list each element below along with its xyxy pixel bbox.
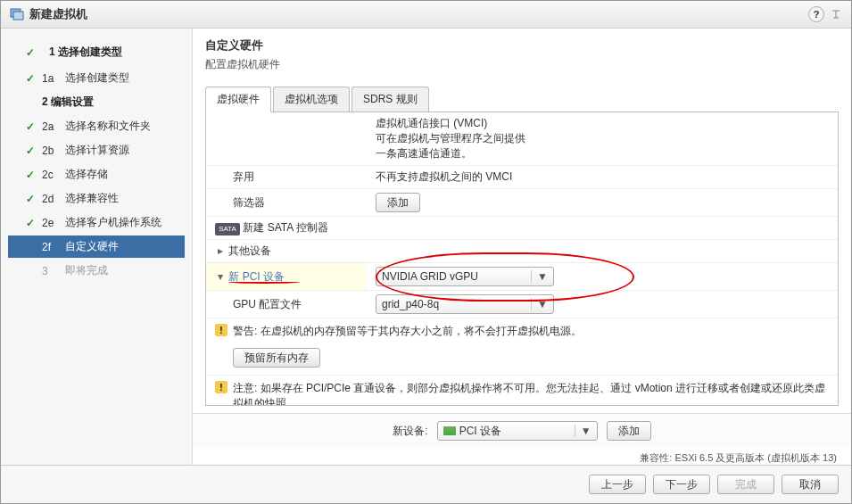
step-2b[interactable]: ✓ 2b 选择计算资源 <box>8 139 185 161</box>
tab-virtual-hardware[interactable]: 虚拟硬件 <box>205 87 271 112</box>
other-devices-row[interactable]: ▸ 其他设备 <box>206 240 838 263</box>
warning-2: ! 注意: 如果存在 PCI/PCIe 直通设备，则部分虚拟机操作将不可用。您无… <box>206 376 838 407</box>
step-2e[interactable]: ✓ 2e 选择客户机操作系统 <box>8 211 185 234</box>
vm-icon <box>10 7 24 21</box>
check-icon: ✓ <box>24 169 37 181</box>
titlebar: 新建虚拟机 ? <box>1 1 851 29</box>
pci-device-select[interactable]: NVIDIA GRID vGPU ▼ <box>376 267 554 286</box>
add-filter-button[interactable]: 添加 <box>376 193 420 212</box>
check-icon: ✓ <box>24 217 37 229</box>
page-subtitle: 配置虚拟机硬件 <box>205 57 839 72</box>
vmci-row: 虚拟机通信接口 (VMCI) 可在虚拟机与管理程序之间提供 一条高速通信通道。 <box>206 112 838 166</box>
new-device-bar: 新设备: PCI 设备 ▼ 添加 <box>193 413 851 448</box>
back-button[interactable]: 上一步 <box>589 475 646 494</box>
expand-icon[interactable]: ▸ <box>215 244 226 257</box>
chevron-down-icon: ▼ <box>531 270 548 283</box>
step-3: 3 即将完成 <box>8 260 185 282</box>
sata-icon: SATA <box>215 223 240 235</box>
pci-label: 新 PCI 设备 <box>228 270 285 283</box>
check-icon: ✓ <box>24 193 37 205</box>
deprecated-row: 弃用 不再支持虚拟机之间的 VMCI <box>206 166 838 189</box>
help-button[interactable]: ? <box>808 6 824 22</box>
main-panel: 自定义硬件 配置虚拟机硬件 虚拟硬件 虚拟机选项 SDRS 规则 虚拟机通信接口… <box>193 29 851 465</box>
step-1-header: ✓ 1 选择创建类型 <box>8 39 185 65</box>
add-device-button[interactable]: 添加 <box>607 421 651 441</box>
svg-rect-1 <box>13 12 23 20</box>
warning-1: ! 警告: 在虚拟机的内存预留等于其内存大小之前，将不会打开虚拟机电源。 预留所… <box>206 318 838 376</box>
footer: 上一步 下一步 完成 取消 <box>1 465 851 503</box>
gpu-profile-row: GPU 配置文件 grid_p40-8q ▼ <box>206 291 838 318</box>
page-title: 自定义硬件 <box>205 37 839 54</box>
pci-device-row: ▾ 新 PCI 设备 NVIDIA GRID vGPU ▼ <box>206 263 838 291</box>
new-device-select[interactable]: PCI 设备 ▼ <box>437 421 598 441</box>
reserve-memory-button[interactable]: 预留所有内存 <box>233 348 320 368</box>
sata-label: 新建 SATA 控制器 <box>243 221 328 234</box>
check-icon: ✓ <box>24 46 37 59</box>
new-device-label: 新设备: <box>393 424 427 439</box>
pin-icon[interactable] <box>830 8 842 21</box>
vmci-desc2: 一条高速通信通道。 <box>376 146 829 161</box>
warning-icon: ! <box>215 324 227 336</box>
filter-row: 筛选器 添加 <box>206 189 838 217</box>
hardware-panel: 虚拟机通信接口 (VMCI) 可在虚拟机与管理程序之间提供 一条高速通信通道。 … <box>205 112 839 406</box>
check-icon: ✓ <box>24 120 37 133</box>
step-1a[interactable]: ✓ 1a 选择创建类型 <box>8 67 185 89</box>
chevron-down-icon: ▼ <box>575 425 591 437</box>
tabs: 虚拟硬件 虚拟机选项 SDRS 规则 <box>193 78 851 112</box>
dialog-title: 新建虚拟机 <box>29 6 87 22</box>
step-2f[interactable]: 2f 自定义硬件 <box>8 235 185 258</box>
step-2a[interactable]: ✓ 2a 选择名称和文件夹 <box>8 115 185 137</box>
tab-sdrs-rules[interactable]: SDRS 规则 <box>352 87 429 112</box>
sata-row[interactable]: SATA 新建 SATA 控制器 <box>206 217 838 240</box>
tab-vm-options[interactable]: 虚拟机选项 <box>273 87 350 112</box>
step-2d[interactable]: ✓ 2d 选择兼容性 <box>8 187 185 210</box>
collapse-icon[interactable]: ▾ <box>215 270 226 283</box>
step-2c[interactable]: ✓ 2c 选择存储 <box>8 163 185 186</box>
pci-card-icon <box>443 426 456 435</box>
check-icon: ✓ <box>24 145 37 157</box>
step-2-header: 2 编辑设置 <box>8 91 185 113</box>
warning-icon: ! <box>215 381 227 393</box>
gpu-profile-select[interactable]: grid_p40-8q ▼ <box>376 294 554 314</box>
check-icon: ✓ <box>24 72 37 85</box>
chevron-down-icon: ▼ <box>531 298 548 310</box>
compatibility-text: 兼容性: ESXi 6.5 及更高版本 (虚拟机版本 13) <box>193 448 851 465</box>
next-button[interactable]: 下一步 <box>653 475 710 494</box>
cancel-button[interactable]: 取消 <box>782 475 839 494</box>
new-vm-dialog: 新建虚拟机 ? ✓ 1 选择创建类型 ✓ 1a 选择创建类型 2 编辑设置 <box>0 0 852 504</box>
finish-button: 完成 <box>717 475 774 494</box>
vmci-desc1: 可在虚拟机与管理程序之间提供 <box>376 131 829 146</box>
vmci-title: 虚拟机通信接口 (VMCI) <box>376 116 829 131</box>
wizard-sidebar: ✓ 1 选择创建类型 ✓ 1a 选择创建类型 2 编辑设置 ✓ 2a 选择名称和… <box>1 29 193 465</box>
